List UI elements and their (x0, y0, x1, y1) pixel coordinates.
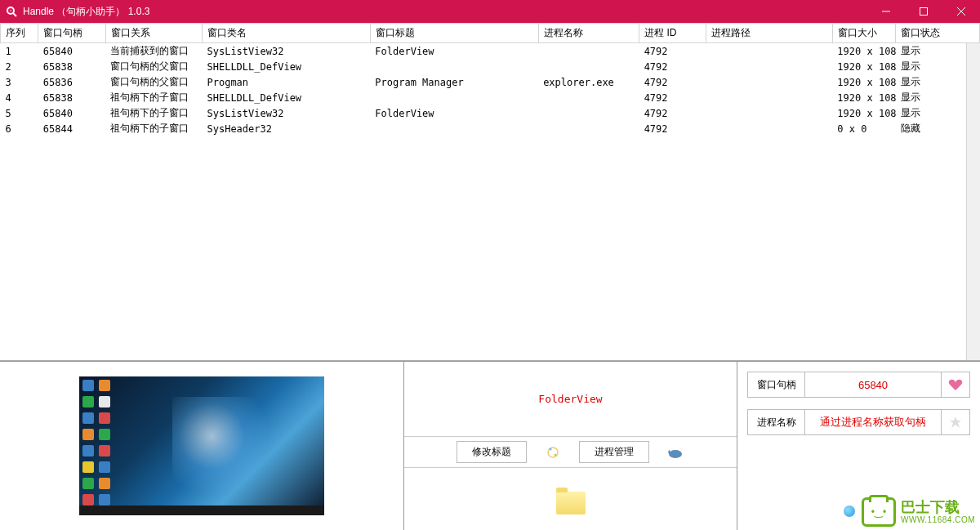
cell-relation: 窗口句柄的父窗口 (105, 59, 202, 74)
close-button[interactable] (942, 0, 980, 23)
cell-size: 1920 x 1080 (832, 90, 895, 105)
handle-field-row: 窗口句柄 65840 (747, 372, 970, 398)
column-header[interactable]: 序列 (1, 24, 38, 43)
table-row[interactable]: 165840当前捕获到的窗口SysListView32FolderView479… (1, 43, 980, 60)
whale-icon[interactable] (666, 443, 685, 462)
watermark-logo-icon (862, 497, 896, 527)
screenshot-preview-panel (0, 362, 404, 530)
cell-relation: 祖句柄下的子窗口 (105, 90, 202, 105)
cell-relation: 祖句柄下的子窗口 (105, 121, 202, 136)
cell-pid: 4792 (639, 121, 706, 136)
vertical-scrollbar[interactable] (966, 43, 980, 360)
cell-handle: 65838 (38, 90, 105, 105)
table-row[interactable]: 465838祖句柄下的子窗口SHELLDLL_DefView47921920 x… (1, 90, 980, 105)
table-row[interactable]: 365836窗口句柄的父窗口ProgmanProgram Managerexpl… (1, 74, 980, 90)
cell-path (706, 90, 832, 105)
heart-icon[interactable] (942, 372, 969, 397)
cell-title (370, 90, 538, 105)
column-header[interactable]: 窗口类名 (202, 24, 370, 43)
cell-path (706, 43, 832, 60)
desktop-app-icon (99, 429, 110, 440)
column-header[interactable]: 窗口句柄 (38, 24, 105, 43)
column-header[interactable]: 窗口大小 (832, 24, 895, 43)
modify-title-button[interactable]: 修改标题 (457, 441, 527, 463)
svg-point-2 (10, 10, 12, 12)
cell-pid: 4792 (639, 43, 706, 60)
cell-handle: 65836 (38, 74, 105, 90)
desktop-screenshot (79, 376, 324, 515)
taskbar-preview (79, 506, 324, 515)
cell-proc (538, 90, 639, 105)
title-bar: Handle （句柄小助手） 1.0.3 (0, 0, 980, 23)
cell-seq: 5 (1, 105, 38, 121)
cell-handle: 65844 (38, 121, 105, 136)
cell-relation: 祖句柄下的子窗口 (105, 105, 202, 121)
desktop-app-icon (99, 445, 110, 457)
desktop-app-icon (82, 396, 94, 408)
watermark: 巴士下载 WWW.11684.COM (862, 497, 975, 527)
svg-line-1 (13, 13, 16, 16)
cell-relation: 当前捕获到的窗口 (105, 43, 202, 60)
cell-handle: 65840 (38, 43, 105, 60)
cell-pid: 4792 (639, 105, 706, 121)
table-row[interactable]: 665844祖句柄下的子窗口SysHeader3247920 x 0隐藏 (1, 121, 980, 136)
desktop-app-icon (99, 412, 110, 424)
desktop-app-icon (99, 380, 110, 391)
column-header[interactable]: 窗口状态 (896, 24, 980, 43)
minimize-button[interactable] (867, 0, 905, 23)
desktop-app-icon (99, 396, 110, 408)
desktop-app-icon (82, 445, 94, 457)
cell-seq: 3 (1, 74, 38, 90)
cell-pid: 4792 (639, 90, 706, 105)
cell-path (706, 74, 832, 90)
action-button-row: 修改标题 进程管理 (404, 437, 737, 468)
cell-size: 0 x 0 (832, 121, 895, 136)
cell-proc (538, 43, 639, 60)
cell-path (706, 105, 832, 121)
cell-seq: 4 (1, 90, 38, 105)
desktop-app-icon (82, 461, 94, 473)
cell-handle: 65838 (38, 59, 105, 74)
cell-title: FolderView (370, 105, 538, 121)
desktop-app-icon (82, 478, 94, 489)
star-icon[interactable] (942, 410, 969, 434)
cell-seq: 2 (1, 59, 38, 74)
svg-point-10 (669, 450, 682, 458)
cell-path (706, 59, 832, 74)
handle-value[interactable]: 65840 (805, 372, 942, 397)
bottom-panel: FolderView 修改标题 进程管理 窗口句柄 65840 进程名称 通过进… (0, 361, 980, 530)
handle-label: 窗口句柄 (748, 372, 805, 397)
cell-size: 1920 x 1080 (832, 59, 895, 74)
column-header[interactable]: 进程名称 (538, 24, 639, 43)
watermark-text-cn: 巴士下载 (901, 500, 975, 516)
column-header[interactable]: 进程 ID (639, 24, 706, 43)
cell-path (706, 121, 832, 136)
cell-proc (538, 59, 639, 74)
folder-icon (556, 492, 586, 514)
process-value[interactable]: 通过进程名称获取句柄 (805, 410, 942, 434)
watermark-dot-icon (844, 506, 855, 517)
app-icon (5, 5, 18, 18)
cell-relation: 窗口句柄的父窗口 (105, 74, 202, 90)
window-list-table-wrap: 序列窗口句柄窗口关系窗口类名窗口标题进程名称进程 ID进程路径窗口大小窗口状态 … (0, 23, 980, 361)
svg-rect-4 (920, 8, 928, 16)
column-header[interactable]: 进程路径 (706, 24, 832, 43)
table-row[interactable]: 265838窗口句柄的父窗口SHELLDLL_DefView47921920 x… (1, 59, 980, 74)
desktop-app-icon (99, 461, 110, 473)
window-list-table[interactable]: 序列窗口句柄窗口关系窗口类名窗口标题进程名称进程 ID进程路径窗口大小窗口状态 … (0, 23, 980, 136)
svg-point-9 (554, 453, 556, 456)
svg-point-8 (549, 448, 551, 450)
desktop-app-icon (82, 429, 94, 440)
cell-size: 1920 x 1080 (832, 74, 895, 90)
cell-size: 1920 x 1080 (832, 43, 895, 60)
column-header[interactable]: 窗口关系 (105, 24, 202, 43)
captured-title-label: FolderView (404, 362, 737, 437)
refresh-icon[interactable] (543, 443, 563, 462)
maximize-button[interactable] (905, 0, 942, 23)
desktop-app-icon (82, 380, 94, 391)
cell-proc: explorer.exe (538, 74, 639, 90)
table-row[interactable]: 565840祖句柄下的子窗口SysListView32FolderView479… (1, 105, 980, 121)
process-manage-button[interactable]: 进程管理 (579, 441, 649, 463)
cell-proc (538, 105, 639, 121)
column-header[interactable]: 窗口标题 (370, 24, 538, 43)
